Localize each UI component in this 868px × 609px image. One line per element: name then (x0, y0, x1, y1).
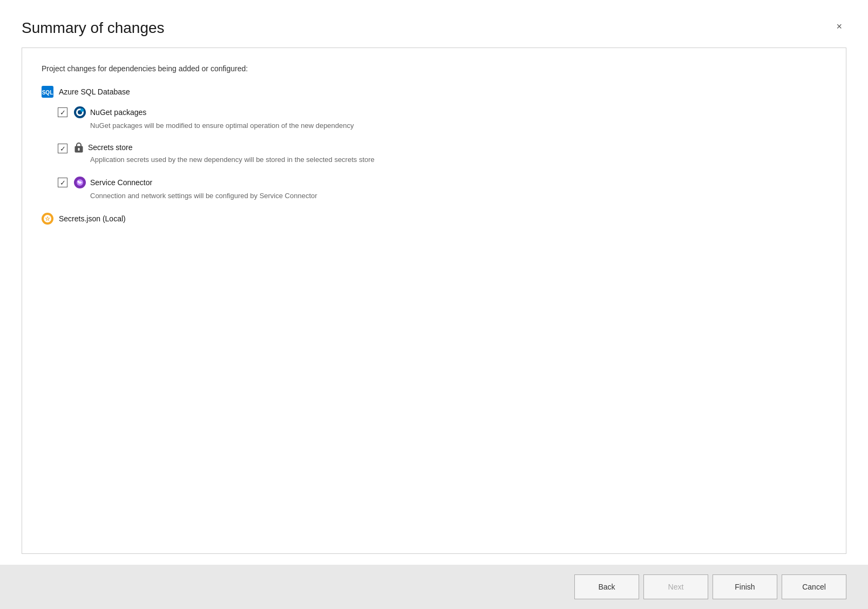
intro-text: Project changes for dependencies being a… (42, 64, 826, 73)
table-row: NuGet packages NuGet packages will be mo… (58, 106, 826, 130)
title-bar: Summary of changes × (0, 0, 868, 48)
secrets-header: Secrets store (74, 143, 826, 152)
svg-point-10 (78, 181, 79, 182)
nuget-icon (74, 106, 86, 118)
dep-header: SQL Azure SQL Database (42, 86, 826, 98)
cancel-button[interactable]: Cancel (782, 574, 846, 599)
secrets-json-label: Secrets.json (Local) (59, 214, 126, 223)
secrets-desc: Application secrets used by the new depe… (74, 155, 826, 164)
finish-button[interactable]: Finish (713, 574, 777, 599)
connector-checkbox[interactable] (58, 178, 67, 187)
close-button[interactable]: × (832, 19, 846, 33)
secrets-label: Secrets store (88, 143, 132, 152)
dependency-group: SQL Azure SQL Database (42, 86, 826, 200)
items-list: NuGet packages NuGet packages will be mo… (42, 106, 826, 200)
page-title: Summary of changes (22, 19, 165, 37)
content-area: Project changes for dependencies being a… (0, 48, 868, 565)
summary-dialog: Summary of changes × Project changes for… (0, 0, 868, 609)
svg-rect-7 (78, 148, 80, 151)
svg-text:☆: ☆ (45, 215, 51, 222)
nuget-desc: NuGet packages will be modified to ensur… (74, 121, 826, 130)
azure-sql-icon: SQL (42, 86, 53, 98)
changes-box: Project changes for dependencies being a… (22, 48, 846, 554)
secrets-content: Secrets store Application secrets used b… (74, 143, 826, 164)
table-row: Secrets store Application secrets used b… (58, 143, 826, 164)
connector-desc: Connection and network settings will be … (74, 192, 826, 200)
nuget-checkbox[interactable] (58, 107, 67, 117)
secrets-json-group: ☆ Secrets.json (Local) (42, 213, 826, 225)
connector-header: Service Connector (74, 177, 826, 188)
back-button[interactable]: Back (574, 574, 639, 599)
nuget-content: NuGet packages NuGet packages will be mo… (74, 106, 826, 130)
dep-group-label: Azure SQL Database (59, 87, 130, 96)
lock-icon (74, 143, 84, 152)
nuget-label: NuGet packages (90, 108, 146, 117)
secrets-json-icon: ☆ (42, 213, 53, 225)
next-button[interactable]: Next (643, 574, 708, 599)
table-row: Service Connector Connection and network… (58, 177, 826, 200)
secrets-checkbox[interactable] (58, 144, 67, 153)
connector-content: Service Connector Connection and network… (74, 177, 826, 200)
svg-point-5 (80, 109, 84, 112)
service-connector-icon (74, 177, 86, 188)
nuget-header: NuGet packages (74, 106, 826, 118)
svg-text:SQL: SQL (42, 90, 53, 96)
footer: Back Next Finish Cancel (0, 565, 868, 609)
connector-label: Service Connector (90, 178, 152, 187)
